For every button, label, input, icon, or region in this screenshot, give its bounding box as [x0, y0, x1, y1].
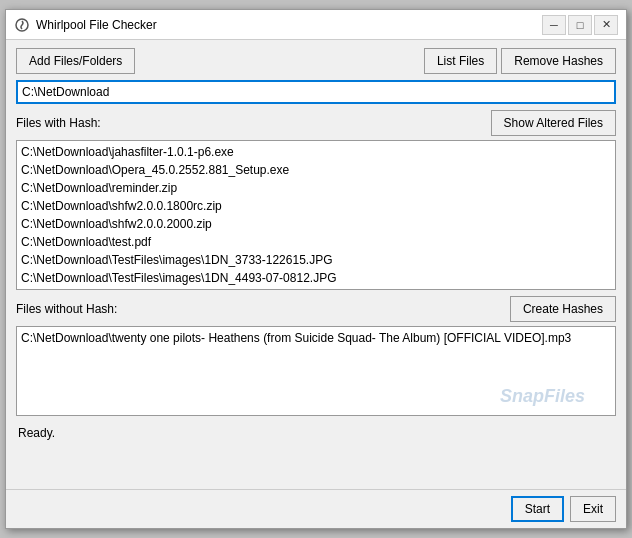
list-item: C:\NetDownload\TestFiles\images\1DN_4493…	[21, 269, 611, 287]
files-without-hash-list[interactable]: C:\NetDownload\twenty one pilots- Heathe…	[16, 326, 616, 416]
files-without-hash-label: Files without Hash:	[16, 302, 117, 316]
list-item: C:\NetDownload\reminder.zip	[21, 179, 611, 197]
remove-hashes-button[interactable]: Remove Hashes	[501, 48, 616, 74]
bottom-bar: Start Exit	[6, 489, 626, 528]
exit-button[interactable]: Exit	[570, 496, 616, 522]
list-item: C:\NetDownload\test.pdf	[21, 233, 611, 251]
create-hashes-button[interactable]: Create Hashes	[510, 296, 616, 322]
list-item: C:\NetDownload\shfw2.0.0.2000.zip	[21, 215, 611, 233]
list-item: C:\NetDownload\TestFiles\images\1DN_3733…	[21, 251, 611, 269]
main-window: Whirlpool File Checker ─ □ ✕ Add Files/F…	[5, 9, 627, 529]
close-button[interactable]: ✕	[594, 15, 618, 35]
list-item: C:\NetDownload\jahasfilter-1.0.1-p6.exe	[21, 143, 611, 161]
add-files-button[interactable]: Add Files/Folders	[16, 48, 135, 74]
list-item: C:\NetDownload\shfw2.0.0.1800rc.zip	[21, 197, 611, 215]
files-without-hash-header: Files without Hash: Create Hashes	[16, 296, 616, 322]
toolbar-right: List Files Remove Hashes	[424, 48, 616, 74]
window-controls: ─ □ ✕	[542, 15, 618, 35]
files-with-hash-header: Files with Hash: Show Altered Files	[16, 110, 616, 136]
title-bar: Whirlpool File Checker ─ □ ✕	[6, 10, 626, 40]
files-with-hash-section: Files with Hash: Show Altered Files C:\N…	[16, 110, 616, 290]
status-bar: Ready.	[16, 422, 616, 444]
window-title: Whirlpool File Checker	[36, 18, 542, 32]
watermark: SnapFiles	[500, 386, 585, 407]
start-button[interactable]: Start	[511, 496, 564, 522]
list-item: C:\NetDownload\twenty one pilots- Heathe…	[21, 329, 611, 347]
files-with-hash-label: Files with Hash:	[16, 116, 101, 130]
maximize-button[interactable]: □	[568, 15, 592, 35]
files-without-hash-section: Files without Hash: Create Hashes C:\Net…	[16, 296, 616, 416]
list-files-button[interactable]: List Files	[424, 48, 497, 74]
app-icon	[14, 17, 30, 33]
show-altered-button[interactable]: Show Altered Files	[491, 110, 616, 136]
files-with-hash-list[interactable]: C:\NetDownload\jahasfilter-1.0.1-p6.exeC…	[16, 140, 616, 290]
status-text: Ready.	[18, 426, 55, 440]
path-input[interactable]	[16, 80, 616, 104]
content-area: Add Files/Folders List Files Remove Hash…	[6, 40, 626, 489]
list-item: C:\NetDownload\TestFiles\images\1DN_4814…	[21, 287, 611, 290]
list-item: C:\NetDownload\Opera_45.0.2552.881_Setup…	[21, 161, 611, 179]
minimize-button[interactable]: ─	[542, 15, 566, 35]
main-toolbar: Add Files/Folders List Files Remove Hash…	[16, 48, 616, 74]
